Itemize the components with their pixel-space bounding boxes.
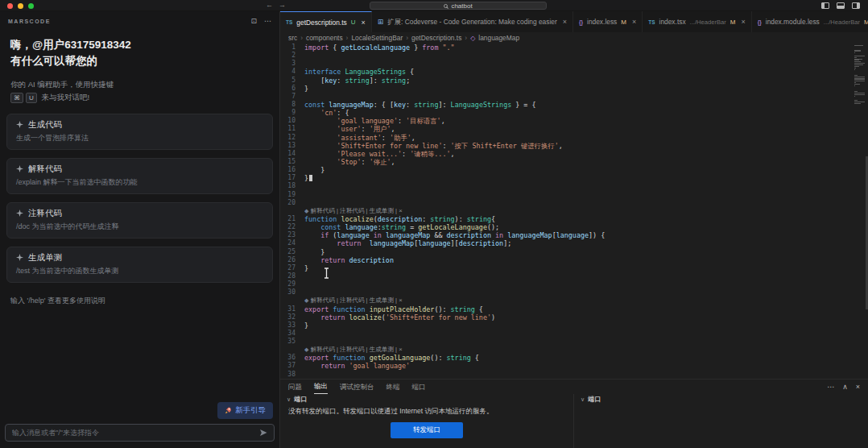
codelens[interactable]: ◆ 解释代码 | 注释代码 | 生成单测 | × bbox=[304, 207, 854, 215]
card-generate-tests[interactable]: 生成单测 /test 为当前选中的函数生成单测 bbox=[6, 247, 273, 283]
minimize-window-button[interactable] bbox=[18, 3, 23, 9]
code-token bbox=[304, 117, 337, 125]
toggle-primary-sidebar-icon[interactable] bbox=[821, 2, 829, 9]
code-line[interactable]: 24 return languageMap[language][descript… bbox=[280, 239, 854, 247]
breadcrumb-symbol[interactable]: languageMap bbox=[478, 34, 519, 42]
code-line[interactable]: 21function localize(description: string)… bbox=[280, 215, 854, 223]
code-line[interactable]: 5 [key: string]: string; bbox=[280, 77, 854, 85]
code-line[interactable]: 26 return description bbox=[280, 256, 854, 264]
close-panel-icon[interactable]: × bbox=[856, 383, 860, 391]
minimap[interactable] bbox=[854, 45, 866, 106]
code-line[interactable]: ◆ 解释代码 | 注释代码 | 生成单测 | × bbox=[280, 346, 854, 354]
code-line[interactable]: 22 const language:string = getLocaleLang… bbox=[280, 223, 854, 231]
code-line[interactable]: 4interface LanguageStrings { bbox=[280, 68, 854, 76]
chevron-right-icon: › bbox=[406, 34, 408, 42]
command-center[interactable]: chatbot bbox=[370, 2, 547, 10]
code-line[interactable]: 19 bbox=[280, 191, 854, 199]
code-line[interactable]: 25 } bbox=[280, 248, 854, 256]
code-line[interactable]: 7 bbox=[280, 93, 854, 101]
panel-tab-debug-console[interactable]: 调试控制台 bbox=[340, 380, 374, 394]
breadcrumb-item[interactable]: LocaleSettingBar bbox=[351, 34, 403, 42]
history-back-icon[interactable]: ← bbox=[266, 1, 273, 9]
rocket-icon bbox=[225, 407, 232, 414]
code-line[interactable]: 9 'cn': { bbox=[280, 109, 854, 117]
close-tab-icon[interactable]: × bbox=[741, 18, 745, 26]
code-line[interactable]: 35 bbox=[280, 338, 854, 346]
card-generate-code[interactable]: 生成代码 生成一个冒泡排序算法 bbox=[6, 114, 273, 150]
send-icon[interactable] bbox=[259, 429, 267, 437]
toggle-secondary-sidebar-icon[interactable] bbox=[852, 2, 860, 9]
tab-index-module-less[interactable]: {} index.module.less .../HeaderBar M × bbox=[752, 11, 868, 32]
code-line[interactable]: 36export function getGoalLanguage(): str… bbox=[280, 354, 854, 362]
code-text: return description bbox=[304, 256, 854, 264]
panel-tab-ports[interactable]: 端口 bbox=[412, 380, 426, 394]
breadcrumb-item[interactable]: src bbox=[288, 34, 297, 42]
bottom-panel: 问题 输出 调试控制台 终端 端口 ⋯ ∧ × ∨ 端口 没有转发的端口。转发端… bbox=[280, 379, 868, 448]
code-line[interactable]: 23 if (language in languageMap && descri… bbox=[280, 231, 854, 239]
code-line[interactable]: 34 bbox=[280, 330, 854, 338]
card-explain-code[interactable]: 解释代码 /explain 解释一下当前选中函数的功能 bbox=[6, 158, 273, 194]
code-line[interactable]: 15 'Stop': '停止', bbox=[280, 158, 854, 166]
code-line[interactable]: 17} bbox=[280, 174, 854, 182]
forward-port-button[interactable]: 转发端口 bbox=[391, 422, 463, 438]
tab-index-less[interactable]: {} index.less M × bbox=[573, 11, 643, 32]
breadcrumb-item[interactable]: components bbox=[306, 34, 343, 42]
code-line[interactable]: 20 bbox=[280, 199, 854, 207]
code-editor[interactable]: 1import { getLocaleLanguage } from "."23… bbox=[280, 44, 868, 379]
code-line[interactable]: ◆ 解释代码 | 注释代码 | 生成单测 | × bbox=[280, 207, 854, 215]
code-line[interactable]: 37 return 'goal language' bbox=[280, 362, 854, 370]
code-line[interactable]: 38 bbox=[280, 371, 854, 379]
toggle-panel-icon[interactable] bbox=[837, 2, 845, 9]
code-line[interactable]: 28 bbox=[280, 272, 854, 280]
close-tab-icon[interactable]: × bbox=[361, 19, 365, 27]
tab-getdescription-ts[interactable]: TS getDescription.ts U × bbox=[280, 11, 372, 32]
breadcrumb-item[interactable]: getDescription.ts bbox=[411, 34, 461, 42]
code-line[interactable]: 16 } bbox=[280, 166, 854, 174]
code-line[interactable]: 27} bbox=[280, 264, 854, 272]
zoom-window-button[interactable] bbox=[28, 3, 34, 9]
code-line[interactable]: 33} bbox=[280, 321, 854, 330]
code-line[interactable]: 8const languageMap: { [key: string]: Lan… bbox=[280, 101, 854, 109]
code-line[interactable]: 31export function inputPlaceHolder(): st… bbox=[280, 305, 854, 313]
code-token: 'user' bbox=[337, 125, 361, 133]
close-tab-icon[interactable]: × bbox=[632, 18, 636, 26]
close-window-button[interactable] bbox=[7, 3, 13, 9]
tab-index-tsx[interactable]: TS index.tsx .../HeaderBar M × bbox=[643, 11, 751, 32]
open-in-editor-icon[interactable]: ⊡ bbox=[250, 17, 257, 25]
codelens[interactable]: ◆ 解释代码 | 注释代码 | 生成单测 | × bbox=[304, 346, 854, 354]
code-line[interactable]: 3 bbox=[280, 60, 854, 68]
code-line[interactable]: 30 bbox=[280, 288, 854, 297]
code-line[interactable]: 32 return localize('Shift+Enter for new … bbox=[280, 313, 854, 321]
ports-section-header[interactable]: ∨ 端口 bbox=[280, 394, 573, 404]
ports-section-header[interactable]: ∨ 端口 bbox=[574, 394, 868, 404]
code-line[interactable]: 2 bbox=[280, 52, 854, 60]
maximize-panel-icon[interactable]: ∧ bbox=[842, 383, 848, 391]
panel-tab-output[interactable]: 输出 bbox=[314, 380, 328, 394]
chat-input[interactable] bbox=[12, 429, 254, 437]
tab-extension-codeverse[interactable]: ⊞ 扩展: Codeverse - Code Generation: Make … bbox=[372, 11, 573, 32]
brand-label: MARSCODE bbox=[8, 19, 51, 24]
code-line[interactable]: 14 'Please wait...': '请稍等...', bbox=[280, 150, 854, 158]
more-actions-icon[interactable]: ⋯ bbox=[264, 17, 271, 25]
card-desc: /doc 为当前选中的代码生成注释 bbox=[16, 222, 263, 232]
history-forward-icon[interactable]: → bbox=[279, 1, 286, 9]
code-line[interactable]: 29 bbox=[280, 280, 854, 288]
code-line[interactable]: 12 'assistant': '助手', bbox=[280, 134, 854, 142]
code-line[interactable]: 18 bbox=[280, 182, 854, 190]
code-line[interactable]: 13 'Shift+Enter for new line': '按下 Shift… bbox=[280, 142, 854, 150]
code-line[interactable]: 10 'goal language': '目标语言', bbox=[280, 117, 854, 125]
panel-tab-problems[interactable]: 问题 bbox=[288, 380, 302, 394]
code-line[interactable]: 6} bbox=[280, 85, 854, 93]
code-token: return bbox=[320, 313, 345, 321]
close-tab-icon[interactable]: × bbox=[563, 18, 567, 26]
command-center-text: chatbot bbox=[451, 2, 472, 10]
card-comment-code[interactable]: 注释代码 /doc 为当前选中的代码生成注释 bbox=[6, 202, 273, 239]
less-file-icon: {} bbox=[758, 19, 762, 25]
more-actions-icon[interactable]: ⋯ bbox=[827, 383, 834, 391]
code-line[interactable]: ◆ 解释代码 | 注释代码 | 生成单测 | × bbox=[280, 297, 854, 305]
panel-tab-terminal[interactable]: 终端 bbox=[386, 380, 400, 394]
onboarding-button[interactable]: 新手引导 bbox=[217, 402, 273, 419]
code-line[interactable]: 11 'user': '用户', bbox=[280, 125, 854, 133]
code-line[interactable]: 1import { getLocaleLanguage } from "." bbox=[280, 44, 854, 52]
codelens[interactable]: ◆ 解释代码 | 注释代码 | 生成单测 | × bbox=[304, 297, 854, 305]
